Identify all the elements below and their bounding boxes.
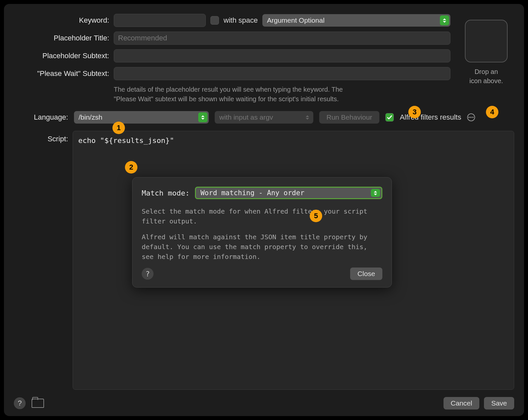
language-row: Language: /bin/zsh with input as argv Ru… — [14, 111, 514, 124]
language-select[interactable]: /bin/zsh — [74, 111, 209, 124]
config-window: Keyword: with space Argument Optional Pl… — [4, 4, 524, 416]
script-label: Script: — [14, 131, 68, 390]
subtext-label: Placeholder Subtext: — [14, 52, 109, 60]
save-button[interactable]: Save — [484, 397, 514, 409]
argument-mode-select[interactable]: Argument Optional — [262, 14, 450, 27]
wait-subtext-row: "Please Wait" Subtext: — [14, 67, 450, 80]
chevron-updown-icon — [440, 15, 449, 25]
cancel-button[interactable]: Cancel — [444, 397, 479, 409]
title-row: Placeholder Title: — [14, 32, 450, 45]
helper-text: The details of the placeholder result yo… — [114, 85, 367, 104]
run-behaviour-label: Run Behaviour — [326, 113, 372, 121]
script-content: echo "${results_json}" — [78, 136, 174, 145]
match-mode-popover: Match mode: Word matching - Any order Se… — [132, 177, 392, 288]
please-wait-subtext-input[interactable] — [114, 67, 450, 80]
help-icon[interactable]: ? — [142, 268, 154, 280]
popover-desc-1: Select the match mode for when Alfred fi… — [142, 206, 382, 226]
filters-results-label: Alfred filters results — [400, 113, 461, 122]
run-behaviour-button: Run Behaviour — [319, 111, 379, 124]
footer-left: ? — [14, 397, 44, 409]
footer-right: Cancel Save — [444, 397, 514, 409]
input-mode-value: with input as argv — [219, 113, 273, 121]
argument-mode-value: Argument Optional — [267, 16, 324, 24]
close-button[interactable]: Close — [350, 268, 382, 280]
ellipsis-icon[interactable]: ••• — [467, 113, 475, 121]
form-area: Keyword: with space Argument Optional Pl… — [14, 14, 514, 111]
chevron-updown-icon — [303, 112, 312, 122]
with-space-label: with space — [224, 16, 258, 25]
input-mode-select: with input as argv — [215, 111, 313, 124]
filters-results-checkbox[interactable] — [385, 113, 394, 122]
keyword-input[interactable] — [114, 14, 206, 27]
folder-icon[interactable] — [32, 399, 44, 408]
script-row: Script: echo "${results_json}" Match mod… — [14, 131, 514, 390]
chevron-updown-icon — [371, 189, 380, 197]
language-value: /bin/zsh — [79, 113, 102, 121]
title-label: Placeholder Title: — [14, 34, 109, 42]
icon-drop-well[interactable] — [465, 20, 508, 62]
help-icon[interactable]: ? — [14, 397, 26, 409]
language-label: Language: — [14, 113, 68, 122]
script-textarea[interactable]: echo "${results_json}" Match mode: Word … — [73, 131, 514, 390]
popover-desc-2: Alfred will match against the JSON item … — [142, 232, 382, 262]
footer: ? Cancel Save — [14, 390, 514, 409]
placeholder-title-input[interactable] — [114, 32, 450, 45]
save-label: Save — [491, 399, 507, 407]
wait-label: "Please Wait" Subtext: — [14, 69, 109, 78]
close-label: Close — [357, 270, 375, 278]
with-space-checkbox[interactable] — [210, 16, 219, 25]
match-mode-select[interactable]: Word matching - Any order — [195, 187, 382, 199]
match-mode-value: Word matching - Any order — [201, 189, 304, 197]
left-column: Keyword: with space Argument Optional Pl… — [14, 14, 450, 111]
match-mode-row: Match mode: Word matching - Any order — [142, 187, 382, 199]
icon-drop-label: Drop an icon above. — [458, 67, 514, 85]
keyword-label: Keyword: — [14, 16, 109, 25]
subtext-row: Placeholder Subtext: — [14, 49, 450, 62]
placeholder-subtext-input[interactable] — [114, 49, 450, 62]
cancel-label: Cancel — [451, 399, 472, 407]
keyword-row: Keyword: with space Argument Optional — [14, 14, 450, 27]
match-mode-label: Match mode: — [142, 189, 190, 197]
chevron-updown-icon — [198, 112, 207, 122]
icon-column: Drop an icon above. — [458, 14, 514, 111]
popover-footer: ? Close — [142, 268, 382, 280]
